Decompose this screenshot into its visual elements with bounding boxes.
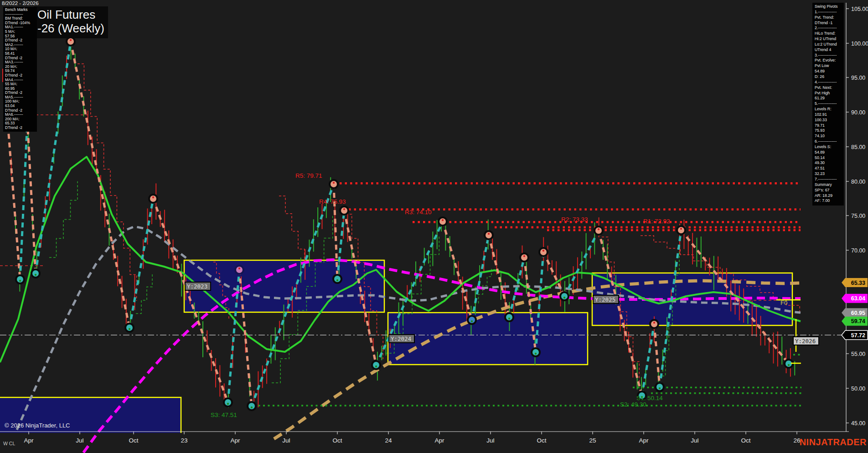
time-axis-label: Jul (486, 437, 494, 444)
swing-low-marker (333, 275, 341, 283)
swing-high-marker (485, 231, 493, 239)
swing-marker-dot (227, 403, 229, 405)
swing-high-marker (149, 195, 157, 203)
panel-line: 47.51 (815, 166, 844, 171)
time-axis-label: Apr (24, 437, 34, 444)
time-axis-label: Jul (282, 437, 290, 444)
panel-line: DTrend -2 (5, 56, 37, 61)
panel-line: 65.33 (5, 121, 37, 126)
price-axis-label: 70.00 (851, 247, 865, 254)
panel-line: 6.-------------- (815, 139, 844, 144)
trailing-stop-steps (49, 181, 78, 257)
swing-marker-dot (238, 268, 240, 269)
price-axis-label: 50.00 (851, 386, 865, 392)
panel-line: MA4.------- (5, 78, 37, 82)
panel-line: 4.-------------- (815, 80, 844, 85)
panel-line: DTrend -1 (815, 21, 844, 26)
panel-line: DTrend -2 (5, 73, 37, 78)
price-axis-label: 75.00 (851, 213, 865, 219)
support-level-label: S2: 49.30 (620, 401, 646, 408)
panel-line: 1.-------------- (815, 10, 844, 15)
panel-line: MA1.------- (5, 25, 37, 30)
panel-line: 3.-------------- (815, 53, 844, 58)
price-axis-label: 85.00 (851, 144, 865, 150)
panel-line: DTrend -2 (5, 108, 37, 113)
swing-high-marker (520, 253, 528, 262)
trailing-stop-steps (474, 268, 491, 303)
panel-line: 63.04 (5, 104, 37, 108)
price-axis-label: 95.00 (851, 75, 865, 81)
price-tag-value-ma200: 65.33 (851, 280, 865, 286)
f0-label: F0 (780, 299, 787, 306)
time-axis-label: 25 (589, 437, 596, 444)
price-axis-label: 105.00 (851, 6, 868, 12)
resistance-level-label: R4: 75.93 (319, 198, 346, 205)
swing-marker-dot (251, 407, 253, 408)
price-axis[interactable]: 105.00100.0095.0090.0085.0080.0075.0070.… (846, 3, 868, 432)
panel-line: -------------- (5, 12, 37, 17)
swing-low-marker (505, 313, 513, 321)
panel-line: 20 MA: (5, 65, 37, 69)
zigzag-down-segment (71, 41, 129, 328)
panel-line: MA6.------- (5, 113, 37, 117)
time-axis-label: Oct (537, 437, 546, 444)
panel-line: 2.-------------- (815, 26, 844, 31)
time-axis-label: Jul (691, 437, 698, 444)
panel-line: 5.-------------- (815, 101, 844, 107)
instrument-label: W CL (3, 441, 15, 446)
zigzag-down-segment (654, 324, 660, 387)
swing-high-marker (235, 266, 243, 274)
swing-high-marker (330, 180, 338, 188)
panel-line: SP's: 67 (815, 188, 844, 193)
time-axis-label: Apr (639, 437, 649, 444)
panel-line: Summary (815, 182, 844, 188)
chart-title-line1: Oil Futures (37, 8, 104, 22)
panel-line: DTrend -2 (5, 126, 37, 130)
swing-marker-dot (680, 228, 682, 230)
chart-canvas[interactable]: R5: 79.71R4: 75.93R3: 74.10R2: 73.33R1: … (0, 0, 868, 453)
panel-line: 54.89 (815, 69, 844, 74)
panel-line: MA5.------- (5, 95, 37, 100)
price-axis-label: 100.00 (851, 41, 868, 47)
swing-marker-dot (508, 318, 510, 319)
swing-marker-dot (653, 322, 655, 324)
year-label-text: Y:2024 (391, 335, 411, 342)
panel-line: 54.89 (815, 150, 844, 155)
resistance-level-label: R5: 79.71 (295, 172, 322, 179)
trailing-stop-steps (136, 273, 152, 314)
date-range-label: 8/2022 - 2/2026 (2, 0, 39, 6)
price-tag-value-ma100: 63.04 (851, 295, 865, 302)
time-axis-label: Apr (434, 437, 444, 444)
trailing-stop-steps (279, 196, 305, 267)
panel-line: 7.-------------- (815, 177, 844, 182)
year-label-text: Y:2023 (187, 283, 207, 290)
panel-line: 57.56 (5, 34, 37, 39)
swing-marker-dot (788, 364, 790, 366)
year-label-text: Y:2025 (595, 296, 615, 303)
swing-marker-dot (598, 228, 599, 230)
swing-high-marker (539, 248, 548, 256)
panel-line: DTrend -104% (5, 21, 37, 26)
swing-high-marker (677, 226, 685, 234)
panel-line: Pvt High (815, 91, 844, 96)
time-axis[interactable]: AprJulOct23AprJulOct24AprJulOct25AprJulO… (0, 432, 849, 444)
swing-pivots-panel: Swing Pivots1.--------------Pvt. Trend:D… (812, 3, 844, 206)
time-axis-label: Apr (230, 437, 240, 444)
time-axis-label: Oct (332, 437, 342, 444)
resistance-level-label: R2: 73.33 (561, 216, 588, 223)
swing-low-marker (31, 269, 40, 278)
panel-line: 74.10 (815, 134, 844, 139)
price-axis-label: 80.00 (851, 179, 865, 185)
zigzag-up-segment (36, 41, 71, 273)
year-label-text: Y:2026 (795, 338, 816, 345)
price-axis-label: 90.00 (851, 109, 865, 116)
time-axis-label: Jul (76, 437, 83, 444)
panel-line: 102.91 (815, 112, 844, 118)
swing-marker-dot (70, 39, 72, 41)
panel-line: DTrend -2 (5, 91, 37, 95)
panel-line: 58.41 (5, 51, 37, 56)
swing-high-marker (650, 320, 658, 328)
swing-marker-dot (375, 365, 377, 367)
swing-marker-dot (333, 182, 335, 184)
panel-line: 60.95 (5, 87, 37, 91)
